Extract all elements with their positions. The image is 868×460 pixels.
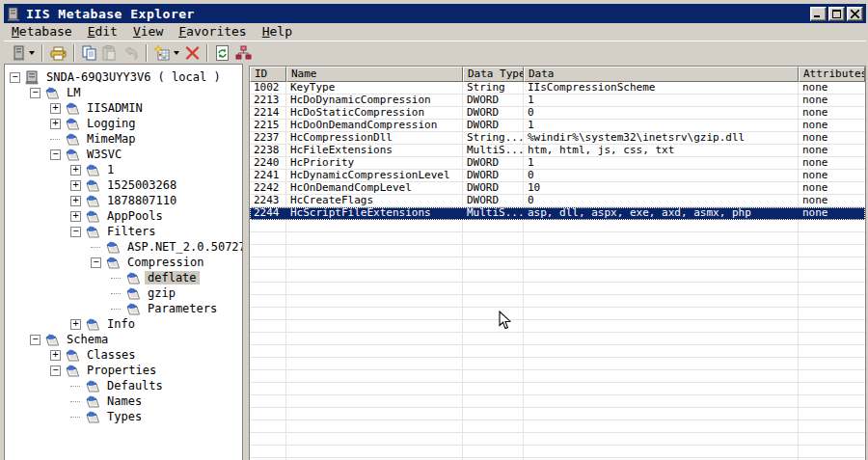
refresh-button[interactable] — [212, 42, 232, 64]
tree-item-label: IISADMIN — [84, 101, 146, 115]
property-row-1002[interactable]: 1002KeyTypeStringIIsCompressionSchemenon… — [250, 82, 865, 95]
cell-data: IIsCompressionScheme — [524, 82, 799, 95]
column-header-name[interactable]: Name — [286, 67, 463, 82]
key-icon — [43, 87, 60, 99]
tree-item-parameters[interactable]: Parameters — [5, 301, 242, 316]
tree-item-apppools[interactable]: +AppPools — [5, 208, 242, 224]
list-body[interactable]: 1002KeyTypeStringIIsCompressionSchemenon… — [250, 82, 865, 460]
cell-attributes: none — [799, 145, 865, 157]
window-controls — [808, 7, 863, 21]
tree-connector-line — [111, 309, 121, 310]
property-row-2238[interactable]: 2238HcFileExtensionsMultiS...htm, html, … — [250, 145, 865, 157]
tree-item-classes[interactable]: +Classes — [5, 347, 242, 363]
close-button[interactable] — [847, 7, 863, 21]
property-row-2237[interactable]: 2237HcCompressionDllString...%windir%\sy… — [250, 132, 865, 145]
tree-item-lm[interactable]: −LM — [5, 85, 242, 100]
property-row-2213[interactable]: 2213HcDoDynamicCompressionDWORD1none — [250, 95, 865, 107]
property-row-2214[interactable]: 2214HcDoStaticCompressionDWORD0none — [250, 107, 865, 120]
server-icon — [12, 45, 26, 61]
tree-item-info[interactable]: +Info — [5, 316, 242, 332]
paste-button[interactable] — [99, 42, 120, 64]
cell-data-type: DWORD — [463, 195, 524, 207]
collapse-icon[interactable]: − — [50, 149, 61, 160]
connect-server-button[interactable] — [9, 42, 38, 64]
collapse-icon[interactable]: − — [30, 335, 41, 345]
column-header-data[interactable]: Data — [524, 67, 799, 82]
cell-data-type: DWORD — [463, 120, 524, 132]
collapse-icon[interactable]: − — [30, 88, 41, 98]
expand-icon[interactable]: + — [70, 180, 81, 191]
tree-item-logging[interactable]: +Logging — [5, 116, 242, 131]
metabase-tree-panel[interactable]: −SNDA-69Q3UYY3V6 ( local )−LM+IISADMIN+L… — [4, 64, 243, 460]
property-row-2242[interactable]: 2242HcOnDemandCompLevelDWORD10none — [250, 182, 865, 195]
collapse-icon[interactable]: − — [70, 227, 81, 237]
expand-icon[interactable]: + — [50, 103, 61, 114]
collapse-icon[interactable]: − — [91, 257, 101, 268]
expand-icon[interactable]: + — [50, 119, 61, 129]
tree-item-deflate[interactable]: deflate — [5, 270, 242, 285]
property-row-2244[interactable]: 2244HcScriptFileExtensionsMultiS...asp, … — [250, 207, 865, 220]
tree-item-properties[interactable]: −Properties — [5, 363, 242, 378]
tree-item-gzip[interactable]: gzip — [5, 285, 242, 301]
collapse-icon[interactable]: − — [10, 72, 20, 83]
cell-data-type: String — [463, 82, 524, 95]
tree-item-label: Defaults — [104, 379, 166, 392]
tree-item-1[interactable]: +1 — [5, 162, 242, 177]
property-row-2240[interactable]: 2240HcPriorityDWORD1none — [250, 157, 865, 170]
dropdown-arrow-icon[interactable] — [29, 51, 35, 55]
tree-item-schema[interactable]: −Schema — [5, 332, 242, 347]
toolbar-separator — [41, 44, 43, 62]
menu-view[interactable]: View — [125, 23, 171, 41]
maximize-button[interactable] — [828, 7, 845, 21]
key-icon — [84, 210, 100, 223]
expand-icon[interactable]: + — [70, 319, 81, 330]
menu-favorites[interactable]: Favorites — [171, 23, 254, 41]
tree-item-names[interactable]: Names — [5, 393, 242, 409]
tree-item-asp-net-2-0-50727-0[interactable]: ASP.NET_2.0.50727.0 — [5, 239, 242, 255]
tree-item-1878807110[interactable]: +1878807110 — [5, 193, 242, 208]
tree-item-iisadmin[interactable]: +IISADMIN — [5, 100, 242, 116]
cell-attributes: none — [799, 207, 865, 220]
tree-item-snda-69q3uyy3v6-local[interactable]: −SNDA-69Q3UYY3V6 ( local ) — [5, 69, 242, 85]
tree-item-label: Compression — [124, 256, 206, 269]
tree-item-w3svc[interactable]: −W3SVC — [5, 147, 242, 162]
cell-name: HcCreateFlags — [286, 195, 463, 207]
expand-icon[interactable]: + — [70, 211, 81, 222]
collapse-icon[interactable]: − — [50, 365, 61, 376]
cell-id: 2238 — [250, 145, 286, 157]
print-button[interactable] — [47, 42, 69, 64]
expand-icon[interactable]: + — [70, 196, 81, 206]
property-row-2241[interactable]: 2241HcDynamicCompressionLevelDWORD0none — [250, 170, 865, 182]
expand-icon[interactable]: + — [70, 165, 81, 176]
expand-icon[interactable]: + — [50, 350, 61, 361]
tree-item-compression[interactable]: −Compression — [5, 255, 242, 270]
tree-item-defaults[interactable]: Defaults — [5, 378, 242, 393]
delete-button[interactable] — [182, 42, 203, 64]
cell-attributes: none — [799, 95, 865, 107]
column-header-attributes[interactable]: Attributes — [799, 67, 865, 82]
copy-button[interactable] — [79, 42, 99, 64]
menu-help[interactable]: Help — [255, 23, 300, 41]
new-key-button[interactable] — [151, 42, 182, 64]
property-list-panel[interactable]: IDNameData TypeDataAttributes 1002KeyTyp… — [249, 66, 866, 460]
app-window: IIS Metabase Explorer MetabaseEditViewFa… — [0, 0, 868, 460]
undo-button[interactable] — [120, 42, 142, 64]
tree-item-types[interactable]: Types — [5, 409, 242, 424]
view-hierarchy-button[interactable] — [232, 42, 255, 64]
menu-edit[interactable]: Edit — [80, 23, 125, 41]
tree-item-1525003268[interactable]: +1525003268 — [5, 177, 242, 193]
column-header-data-type[interactable]: Data Type — [463, 67, 524, 82]
property-row-2215[interactable]: 2215HcDoOnDemandCompressionDWORD1none — [250, 120, 865, 132]
cell-data: 1 — [524, 95, 799, 107]
cell-attributes: none — [799, 120, 865, 132]
dropdown-arrow-icon[interactable] — [174, 51, 179, 55]
menu-metabase[interactable]: Metabase — [4, 23, 80, 41]
tree-item-label: Names — [104, 394, 145, 408]
tree-item-filters[interactable]: −Filters — [5, 224, 242, 239]
cell-data-type: DWORD — [463, 182, 524, 195]
minimize-button[interactable] — [810, 7, 827, 21]
column-header-id[interactable]: ID — [250, 67, 286, 82]
titlebar[interactable]: IIS Metabase Explorer — [4, 4, 866, 23]
tree-item-mimemap[interactable]: MimeMap — [5, 131, 242, 147]
property-row-2243[interactable]: 2243HcCreateFlagsDWORD0none — [250, 195, 865, 207]
